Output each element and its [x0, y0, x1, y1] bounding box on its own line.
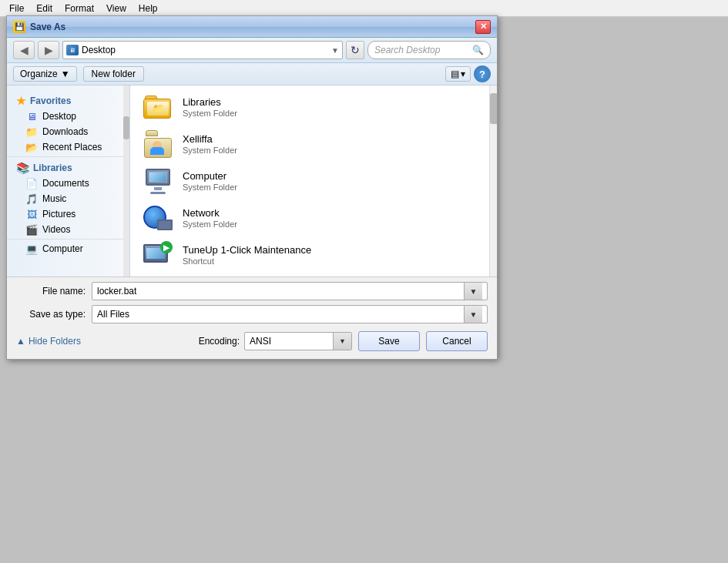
address-folder-icon: 🖥 — [66, 45, 79, 55]
xelliffa-type: System Folder — [183, 146, 237, 155]
save-button[interactable]: Save — [358, 331, 420, 351]
file-item-libraries[interactable]: 📁 Libraries System Folder — [130, 89, 497, 126]
hide-folders-label: Hide Folders — [29, 336, 81, 347]
menu-file[interactable]: File — [3, 2, 30, 15]
filename-value: locker.bat — [97, 286, 464, 297]
sidebar-scrollbar[interactable] — [123, 85, 129, 276]
menu-edit[interactable]: Edit — [30, 2, 59, 15]
menu-format[interactable]: Format — [59, 2, 100, 15]
encoding-dropdown-arrow: ▼ — [339, 337, 346, 345]
cancel-button[interactable]: Cancel — [426, 331, 488, 351]
file-list-scrollbar-thumb[interactable] — [490, 93, 497, 124]
back-button[interactable]: ◀ — [13, 41, 35, 59]
dialog-title: Save As — [30, 22, 65, 32]
sidebar-separator-1 — [7, 156, 129, 157]
sidebar-item-videos[interactable]: 🎬 Videos — [7, 222, 129, 237]
save-as-dialog: 💾 Save As ✕ ◀ ▶ 🖥 Desktop ▼ ↻ Search Des… — [6, 15, 498, 360]
encoding-label: Encoding: — [199, 336, 240, 347]
new-folder-label: New folder — [92, 69, 136, 79]
view-dropdown-icon: ▾ — [461, 69, 465, 79]
menu-help[interactable]: Help — [133, 2, 164, 15]
menu-view[interactable]: View — [100, 2, 133, 15]
sidebar-item-downloads[interactable]: 📁 Downloads — [7, 124, 129, 139]
xelliffa-info: Xelliffa System Folder — [183, 133, 237, 155]
documents-icon: 📄 — [25, 178, 38, 189]
file-item-network[interactable]: Network System Folder — [130, 199, 497, 236]
refresh-button[interactable]: ↻ — [346, 41, 364, 59]
libraries-name: Libraries — [183, 96, 237, 108]
downloads-icon: 📁 — [25, 126, 38, 137]
file-item-tuneup[interactable]: ▶ TuneUp 1-Click Maintenance Shortcut — [130, 236, 497, 273]
savetype-row: Save as type: All Files ▼ — [16, 305, 488, 323]
cancel-label: Cancel — [442, 336, 471, 347]
sidebar: ★ Favorites 🖥 Desktop 📁 Downloads 📂 Rece… — [7, 85, 130, 276]
close-button[interactable]: ✕ — [475, 20, 491, 34]
sidebar-item-music[interactable]: 🎵 Music — [7, 191, 129, 206]
savetype-label: Save as type: — [16, 309, 86, 320]
secondary-toolbar: Organize ▼ New folder ▤ ▾ ? — [7, 63, 497, 85]
favorites-label: Favorites — [30, 96, 71, 106]
libraries-icon: 📚 — [16, 162, 29, 174]
encoding-select[interactable]: ANSI ▼ — [244, 332, 352, 350]
savetype-dropdown-arrow: ▼ — [470, 310, 478, 319]
sidebar-item-recent-label: Recent Places — [42, 142, 102, 152]
hide-folders-button[interactable]: ▲ Hide Folders — [16, 336, 81, 347]
savetype-dropdown-btn[interactable]: ▼ — [464, 306, 482, 323]
organize-button[interactable]: Organize ▼ — [13, 66, 77, 82]
desktop-icon: 🖥 — [25, 111, 38, 122]
network-icon — [143, 204, 173, 232]
search-placeholder: Search Desktop — [374, 45, 469, 55]
help-button[interactable]: ? — [474, 65, 491, 82]
forward-button[interactable]: ▶ — [38, 41, 59, 59]
libraries-info: Libraries System Folder — [183, 96, 237, 118]
file-item-computer[interactable]: Computer System Folder — [130, 163, 497, 199]
sidebar-scrollbar-thumb[interactable] — [123, 116, 129, 139]
main-content: ★ Favorites 🖥 Desktop 📁 Downloads 📂 Rece… — [7, 85, 497, 276]
address-bar[interactable]: 🖥 Desktop ▼ — [62, 41, 343, 59]
sidebar-item-downloads-label: Downloads — [42, 126, 88, 137]
filename-input[interactable]: locker.bat ▼ — [92, 282, 488, 300]
save-label: Save — [378, 336, 399, 347]
sidebar-item-music-label: Music — [42, 193, 66, 204]
sidebar-item-computer[interactable]: 💻 Computer — [7, 241, 129, 256]
view-button[interactable]: ▤ ▾ — [445, 66, 471, 82]
new-folder-button[interactable]: New folder — [83, 66, 144, 82]
file-list-scrollbar[interactable] — [489, 85, 497, 276]
sidebar-item-pictures[interactable]: 🖼 Pictures — [7, 206, 129, 222]
music-icon: 🎵 — [25, 193, 38, 204]
favorites-group-label: ★ Favorites — [7, 92, 129, 109]
sidebar-item-pictures-label: Pictures — [42, 209, 75, 220]
computer-info: Computer System Folder — [183, 170, 237, 192]
network-type: System Folder — [183, 220, 237, 229]
view-icon: ▤ — [451, 69, 459, 79]
xelliffa-folder-icon — [143, 130, 173, 158]
savetype-value: All Files — [97, 309, 464, 320]
encoding-area: Encoding: ANSI ▼ — [199, 332, 352, 350]
filename-dropdown-arrow: ▼ — [470, 287, 478, 296]
file-list: 📁 Libraries System Folder — [130, 85, 497, 276]
organize-dropdown-icon: ▼ — [61, 69, 70, 79]
search-icon[interactable]: 🔍 — [472, 45, 484, 55]
savetype-input[interactable]: All Files ▼ — [92, 305, 488, 323]
filename-dropdown-btn[interactable]: ▼ — [464, 283, 482, 300]
pictures-icon: 🖼 — [25, 209, 38, 220]
sidebar-item-computer-label: Computer — [42, 243, 83, 254]
menu-bar: File Edit Format View Help — [0, 0, 728, 17]
sidebar-item-desktop[interactable]: 🖥 Desktop — [7, 109, 129, 124]
sidebar-item-videos-label: Videos — [42, 224, 70, 235]
hide-folders-chevron-icon: ▲ — [16, 336, 25, 347]
sec-toolbar-right: ▤ ▾ ? — [445, 65, 491, 82]
computer-folder-icon — [143, 167, 173, 195]
title-bar-left: 💾 Save As — [13, 21, 65, 33]
tuneup-icon: ▶ — [143, 241, 173, 269]
encoding-dropdown-btn[interactable]: ▼ — [333, 333, 351, 350]
search-box[interactable]: Search Desktop 🔍 — [367, 41, 491, 59]
sidebar-item-recent-places[interactable]: 📂 Recent Places — [7, 139, 129, 155]
address-dropdown-arrow[interactable]: ▼ — [331, 46, 339, 55]
sidebar-separator-2 — [7, 239, 129, 240]
network-info: Network System Folder — [183, 207, 237, 229]
computer-icon: 💻 — [25, 243, 38, 254]
dialog-icon: 💾 — [13, 21, 25, 33]
file-item-xelliffa[interactable]: Xelliffa System Folder — [130, 126, 497, 163]
sidebar-item-documents[interactable]: 📄 Documents — [7, 176, 129, 191]
